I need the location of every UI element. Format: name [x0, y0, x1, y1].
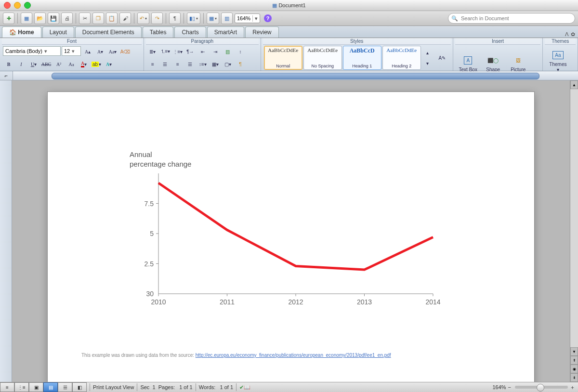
numbering-button[interactable]: ⒈≡▾	[159, 46, 171, 57]
ltr-button[interactable]: ¶→	[184, 46, 196, 57]
underline-button[interactable]: U▾	[28, 59, 39, 69]
insert-shape-button[interactable]: ⬛◯ Shape	[481, 46, 505, 74]
styles-pane-button[interactable]: A✎	[434, 47, 450, 69]
help-button[interactable]: ?	[262, 13, 274, 24]
multilevel-button[interactable]: ⋮≡▾	[172, 46, 184, 57]
line-spacing-button[interactable]: ↕≡▾	[197, 59, 209, 69]
template-button[interactable]: ▦	[21, 13, 32, 24]
svg-text:5: 5	[150, 230, 154, 237]
format-painter-button[interactable]: 🖌	[119, 13, 131, 24]
themes-button[interactable]: Aa Themes▾	[546, 46, 570, 74]
align-left-button[interactable]: ≡	[147, 59, 158, 69]
borders-button[interactable]: ▢▾	[222, 59, 234, 69]
copy-button[interactable]: ❐	[92, 13, 104, 24]
next-page-button[interactable]: ⇟	[570, 373, 578, 382]
insert-picture-button[interactable]: 🖼 Picture	[506, 46, 530, 74]
styles-scroll-down[interactable]: ▾	[422, 58, 434, 68]
redo-button[interactable]: ↷	[151, 13, 163, 24]
search-box[interactable]: 🔍	[448, 13, 575, 24]
font-color-button[interactable]: A▾	[78, 59, 90, 69]
horizontal-ruler[interactable]	[13, 71, 578, 80]
increase-indent-button[interactable]: ⇥	[210, 46, 221, 57]
outline-view-button[interactable]: ⋮≡	[14, 382, 29, 392]
shrink-font-button[interactable]: A▾	[94, 46, 106, 57]
font-name-combo[interactable]: Cambria (Body)▾	[3, 46, 61, 56]
subscript-button[interactable]: A₂	[66, 59, 77, 69]
shading-button[interactable]: ▦▾	[210, 59, 221, 69]
tab-tables[interactable]: Tables	[143, 26, 174, 38]
font-size-combo[interactable]: 12▾	[62, 46, 81, 56]
style-no-spacing[interactable]: AaBbCcDdEe No Spacing	[303, 46, 342, 70]
clear-formatting-button[interactable]: A⌫	[119, 46, 131, 57]
bullets-button[interactable]: ≣▾	[147, 46, 158, 57]
source-link[interactable]: http://ec.europa.eu/economy_finance/publ…	[196, 353, 391, 358]
ribbon: Font Cambria (Body)▾ 12▾ A▴ A▾ Aa▾ A⌫ B …	[0, 38, 578, 71]
tab-charts[interactable]: Charts	[174, 26, 206, 38]
vertical-ruler[interactable]	[0, 80, 12, 382]
draft-view-button[interactable]: ≡	[0, 382, 14, 392]
prev-page-button[interactable]: ⇞	[570, 356, 578, 365]
new-doc-button[interactable]: ✚	[3, 13, 14, 24]
grow-font-button[interactable]: A▴	[82, 46, 93, 57]
fullscreen-view-button[interactable]: ◧	[72, 382, 87, 392]
justify-button[interactable]: ☰	[184, 59, 196, 69]
zoom-in-button[interactable]: ＋	[570, 384, 575, 391]
zoom-combo[interactable]: 164%▾	[235, 13, 260, 23]
themes-icon: Aa	[551, 48, 565, 62]
publishing-view-button[interactable]: ▣	[29, 382, 43, 392]
scroll-up-button[interactable]: ▲	[570, 80, 578, 89]
print-button[interactable]: 🖨	[61, 13, 73, 24]
columns-button[interactable]: ▥	[222, 46, 234, 57]
align-right-button[interactable]: ≡	[172, 59, 184, 69]
notebook-view-button[interactable]: ☰	[58, 382, 72, 392]
gallery-button[interactable]: ▥	[221, 13, 233, 24]
open-button[interactable]: 📂	[34, 13, 46, 24]
change-case-button[interactable]: Aa▾	[107, 46, 118, 57]
tab-smartart[interactable]: SmartArt	[207, 26, 244, 38]
insert-textbox-button[interactable]: A Text Box	[456, 46, 480, 74]
styles-scroll-up[interactable]: ▴	[422, 47, 434, 58]
strikethrough-button[interactable]: ABC	[40, 59, 52, 69]
sort-button[interactable]: ↕	[235, 46, 246, 57]
app-window: ▦ Document1 ✚ ▦ 📂 💾 🖨 ✂ ❐ 📋 🖌 ↶▾ ↷ ¶ ▮▯▾…	[0, 0, 578, 392]
bold-button[interactable]: B	[3, 59, 14, 69]
style-heading-1[interactable]: AaBbCcD Heading 1	[343, 46, 381, 70]
style-heading-2[interactable]: AaBbCcDdEe Heading 2	[382, 46, 421, 70]
undo-button[interactable]: ↶▾	[137, 13, 149, 24]
save-button[interactable]: 💾	[48, 13, 59, 24]
search-input[interactable]	[460, 15, 572, 22]
search-icon: 🔍	[451, 15, 458, 22]
tab-document-elements[interactable]: Document Elements	[75, 26, 142, 38]
zoom-slider[interactable]	[515, 386, 568, 389]
superscript-button[interactable]: A²	[53, 59, 65, 69]
spellcheck-icon[interactable]: ✔📖	[239, 384, 250, 391]
cut-button[interactable]: ✂	[79, 13, 91, 24]
tab-selector[interactable]: ⌐	[0, 71, 13, 80]
status-zoom[interactable]: 164%	[492, 384, 506, 390]
scroll-down-button[interactable]: ▼	[570, 347, 578, 356]
tab-home[interactable]: 🏠 Home	[2, 26, 41, 38]
decrease-indent-button[interactable]: ⇤	[197, 46, 209, 57]
print-layout-view-button[interactable]: ▤	[43, 382, 58, 392]
document-canvas[interactable]: Annual percentage change 2.557.530201020…	[12, 80, 570, 382]
zoom-out-button[interactable]: −	[508, 384, 511, 390]
text-effects-button[interactable]: A▾	[103, 59, 115, 69]
browse-object-button[interactable]: ◉	[570, 365, 578, 373]
align-center-button[interactable]: ☰	[159, 59, 171, 69]
show-marks-button[interactable]: ¶	[235, 59, 246, 69]
collapse-ribbon-button[interactable]: ᐱ	[565, 31, 569, 38]
tab-layout[interactable]: Layout	[42, 26, 74, 38]
sidebar-button[interactable]: ▮▯▾	[187, 13, 200, 24]
highlight-button[interactable]: ab▾	[91, 59, 102, 69]
tab-review[interactable]: Review	[245, 26, 278, 38]
group-insert: Insert A Text Box ⬛◯ Shape 🖼 Picture	[453, 38, 543, 71]
style-normal[interactable]: AaBbCcDdEe Normal	[264, 46, 302, 70]
paste-button[interactable]: 📋	[106, 13, 118, 24]
italic-button[interactable]: I	[15, 59, 27, 69]
words-label: Words:	[199, 384, 216, 390]
chart: Annual percentage change 2.557.530201020…	[130, 150, 500, 324]
ribbon-settings-button[interactable]: ✿	[571, 31, 575, 38]
show-formatting-button[interactable]: ¶	[169, 13, 181, 24]
vertical-scrollbar[interactable]: ▲ ▼ ⇞ ◉ ⇟	[570, 80, 578, 382]
toolbox-button[interactable]: ▦▾	[207, 13, 219, 24]
